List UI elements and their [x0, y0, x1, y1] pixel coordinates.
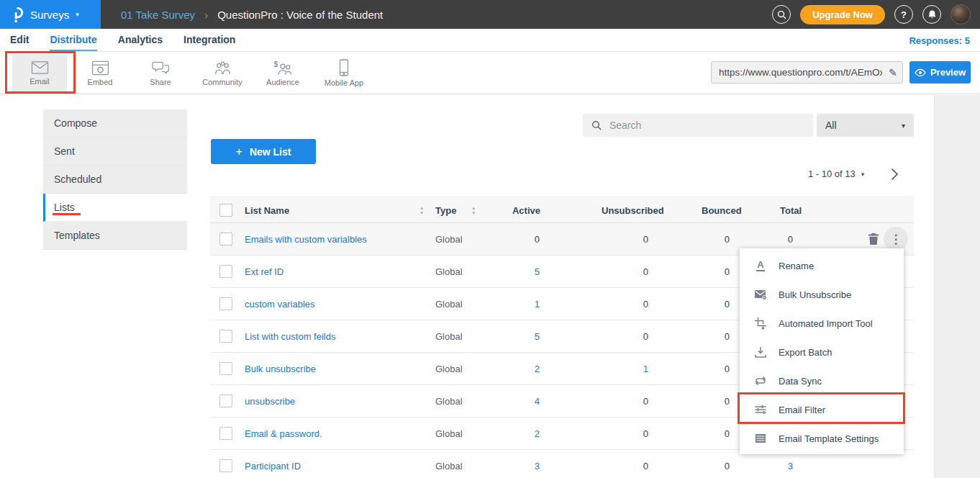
menu-item-rename[interactable]: A Rename [740, 251, 904, 280]
sidebar-item-scheduled[interactable]: Scheduled [43, 166, 187, 194]
list-name-link[interactable]: Email & password. [245, 428, 322, 439]
survey-tabbar: Edit Distribute Analytics Integration [0, 29, 980, 52]
filter-selected-value: All [825, 120, 837, 131]
preview-button[interactable]: Preview [909, 61, 971, 84]
unsubscribed-count[interactable]: 0 [586, 428, 648, 439]
upgrade-now-button[interactable]: Upgrade Now [800, 5, 885, 24]
menu-item-export-batch[interactable]: Export Batch [740, 338, 904, 366]
active-count[interactable]: 1 [476, 299, 540, 310]
bounced-count[interactable]: 0 [678, 461, 730, 472]
row-checkbox[interactable] [219, 330, 232, 343]
tab-analytics[interactable]: Analytics [118, 29, 163, 51]
delete-list-button[interactable] [868, 233, 879, 245]
row-checkbox[interactable] [219, 362, 232, 375]
sidebar-item-lists[interactable]: Lists [43, 194, 187, 222]
email-icon [31, 60, 49, 75]
global-search-button[interactable] [772, 5, 791, 24]
unsubscribed-count[interactable]: 0 [586, 461, 648, 472]
menu-item-bulk-unsubscribe[interactable]: Bulk Unsubscribe [740, 280, 904, 309]
active-count[interactable]: 2 [476, 364, 540, 374]
rename-icon: A [754, 259, 767, 272]
bounced-count[interactable]: 0 [678, 364, 730, 374]
row-checkbox[interactable] [219, 427, 232, 440]
sort-type-icon[interactable]: ▲▼ [471, 204, 476, 215]
active-count[interactable]: 5 [476, 331, 540, 342]
survey-url-input[interactable] [712, 67, 884, 78]
unsubscribed-count[interactable]: 0 [586, 396, 648, 407]
row-checkbox[interactable] [219, 297, 232, 310]
sidebar-item-sent[interactable]: Sent [43, 137, 187, 166]
header-total: Total [780, 204, 802, 215]
list-name-link[interactable]: Ext ref ID [245, 266, 283, 277]
active-count[interactable]: 3 [476, 461, 540, 472]
unsubscribed-count[interactable]: 0 [586, 299, 648, 310]
channel-community[interactable]: Community [195, 54, 250, 92]
chevron-down-icon: ▾ [902, 122, 905, 130]
help-button[interactable]: ? [894, 5, 913, 24]
search-input[interactable] [608, 119, 813, 132]
bounced-count[interactable]: 0 [678, 396, 730, 407]
unsubscribed-count[interactable]: 0 [586, 331, 648, 342]
sidebar-item-compose[interactable]: Compose [43, 109, 187, 137]
row-checkbox[interactable] [219, 233, 232, 245]
list-name-link[interactable]: List with custom feilds [245, 331, 335, 342]
app-logo-block[interactable]: Surveys ▾ [0, 0, 101, 29]
channel-email[interactable]: Email [12, 54, 67, 92]
unsubscribed-count[interactable]: 0 [586, 266, 648, 277]
select-all-checkbox[interactable] [219, 204, 232, 217]
row-checkbox[interactable] [219, 459, 232, 472]
unsubscribed-count[interactable]: 1 [586, 364, 648, 374]
menu-item-data-sync[interactable]: Data Sync [740, 366, 904, 395]
tab-distribute[interactable]: Distribute [50, 29, 96, 51]
list-name-link[interactable]: Emails with custom varialbles [245, 234, 367, 245]
new-list-button[interactable]: + New List [211, 139, 316, 164]
header-bounced: Bounced [702, 204, 742, 215]
topbar-actions: Upgrade Now ? [772, 0, 971, 29]
trash-icon [868, 233, 879, 245]
community-icon [213, 60, 232, 76]
pagination-range: 1 - 10 of 13 [808, 168, 856, 179]
email-filter-icon [754, 403, 767, 416]
menu-item-email-filter[interactable]: Email Filter [740, 395, 904, 424]
total-count[interactable]: 0 [743, 234, 793, 245]
sort-list-name-icon[interactable]: ▲▼ [419, 204, 424, 215]
table-header-row: List Name ▲▼ Type ▲▼ Active Unsubscribed… [210, 197, 914, 223]
total-count[interactable]: 3 [743, 461, 793, 472]
menu-item-automated-import-tool[interactable]: Automated Import Tool [740, 309, 904, 338]
bounced-count[interactable]: 0 [678, 428, 730, 439]
row-menu-button[interactable]: ⋮ [884, 227, 908, 251]
bounced-count[interactable]: 0 [678, 331, 730, 342]
responses-count-link[interactable]: Responses: 5 [909, 29, 970, 52]
bounced-count[interactable]: 0 [678, 299, 730, 310]
list-filter-dropdown[interactable]: All ▾ [817, 114, 914, 137]
channel-share[interactable]: Share [133, 54, 188, 92]
channel-audience[interactable]: $ Audience [255, 54, 310, 92]
active-count[interactable]: 0 [476, 234, 540, 245]
breadcrumb-survey-link[interactable]: 01 Take Survey [121, 9, 195, 21]
active-count[interactable]: 2 [476, 428, 540, 439]
bounced-count[interactable]: 0 [678, 234, 730, 245]
breadcrumb-separator: › [204, 9, 208, 21]
unsubscribed-count[interactable]: 0 [586, 234, 648, 245]
user-avatar[interactable] [950, 4, 971, 24]
menu-item-email-template-settings[interactable]: Email Template Settings [740, 424, 904, 453]
row-checkbox[interactable] [219, 394, 232, 407]
channel-mobile-app[interactable]: Mobile App [317, 54, 371, 92]
tab-edit[interactable]: Edit [10, 29, 29, 51]
active-count[interactable]: 4 [476, 396, 540, 407]
tab-integration[interactable]: Integration [183, 29, 235, 51]
list-name-link[interactable]: unsubscribe [245, 396, 295, 407]
pagination-next-button[interactable] [891, 168, 899, 184]
row-checkbox[interactable] [219, 265, 232, 278]
sidebar-item-templates[interactable]: Templates [43, 222, 187, 250]
edit-url-icon[interactable]: ✎ [884, 67, 902, 78]
list-name-link[interactable]: Bulk unsubscribe [245, 364, 316, 374]
active-count[interactable]: 5 [476, 266, 540, 277]
header-type: Type [435, 204, 456, 215]
notifications-button[interactable] [922, 5, 941, 24]
list-name-link[interactable]: Participant ID [245, 461, 301, 472]
channel-embed[interactable]: Embed [73, 54, 127, 92]
bounced-count[interactable]: 0 [678, 266, 730, 277]
list-name-link[interactable]: custom variables [245, 299, 315, 310]
pagination-range-dropdown[interactable]: 1 - 10 of 13 ▾ [808, 168, 864, 179]
